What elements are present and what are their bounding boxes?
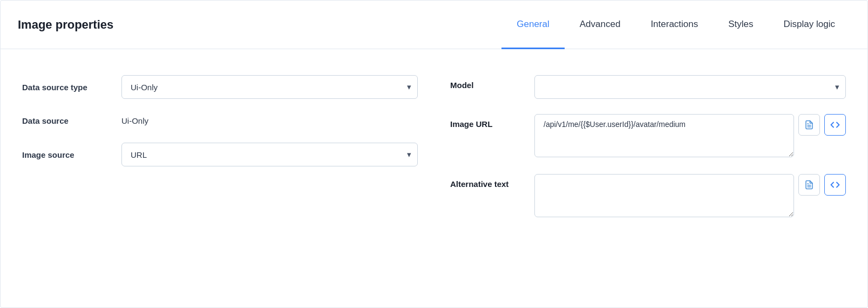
- image-url-textarea[interactable]: /api/v1/me/{{$User.userId}}/avatar/mediu…: [534, 114, 794, 157]
- code-icon-2: [830, 180, 840, 190]
- left-section: Data source type Ui-Only Model Static ▾ …: [22, 75, 418, 286]
- data-source-value: Ui-Only: [121, 116, 148, 125]
- model-controls: ▾: [534, 75, 846, 99]
- image-source-select[interactable]: URL Static Dynamic: [121, 143, 418, 166]
- alt-text-controls: [534, 174, 846, 219]
- image-url-textarea-wrapper: /api/v1/me/{{$User.userId}}/avatar/mediu…: [534, 114, 794, 159]
- tab-advanced[interactable]: Advanced: [565, 1, 636, 49]
- data-source-row: Data source Ui-Only: [22, 116, 418, 125]
- alt-text-label: Alternative text: [450, 174, 526, 189]
- tab-display-logic[interactable]: Display logic: [769, 1, 850, 49]
- alt-text-code-button[interactable]: [824, 174, 846, 196]
- code-icon: [830, 120, 840, 130]
- model-label: Model: [450, 75, 526, 90]
- data-source-type-select[interactable]: Ui-Only Model Static: [121, 75, 418, 99]
- model-row: Model ▾: [450, 75, 846, 99]
- image-source-row: Image source URL Static Dynamic ▾: [22, 143, 418, 166]
- image-source-label: Image source: [22, 150, 109, 159]
- image-url-doc-button[interactable]: [798, 114, 820, 136]
- model-select[interactable]: [534, 75, 846, 99]
- data-source-type-row: Data source type Ui-Only Model Static ▾: [22, 75, 418, 99]
- panel-header: Image properties General Advanced Intera…: [1, 1, 867, 49]
- alt-text-doc-button[interactable]: [798, 174, 820, 196]
- panel-title: Image properties: [18, 18, 113, 32]
- data-source-label: Data source: [22, 116, 109, 125]
- tab-styles[interactable]: Styles: [713, 1, 768, 49]
- tab-general[interactable]: General: [501, 1, 564, 49]
- panel-body: Data source type Ui-Only Model Static ▾ …: [1, 49, 867, 307]
- tabs-nav: General Advanced Interactions Styles Dis…: [501, 1, 850, 49]
- alt-text-row: Alternative text: [450, 174, 846, 219]
- image-source-wrapper: URL Static Dynamic ▾: [121, 143, 418, 166]
- data-source-type-wrapper: Ui-Only Model Static ▾: [121, 75, 418, 99]
- tab-interactions[interactable]: Interactions: [635, 1, 713, 49]
- doc-icon-2: [804, 180, 814, 190]
- data-source-type-label: Data source type: [22, 83, 109, 92]
- image-url-row: Image URL /api/v1/me/{{$User.userId}}/av…: [450, 114, 846, 159]
- doc-icon: [804, 120, 814, 130]
- image-url-code-button[interactable]: [824, 114, 846, 136]
- right-section: Model ▾ Image URL /api/v1/me/{{$User.use…: [450, 75, 846, 286]
- image-properties-panel: Image properties General Advanced Intera…: [0, 0, 868, 308]
- alt-text-textarea-wrapper: [534, 174, 794, 219]
- image-url-controls: /api/v1/me/{{$User.userId}}/avatar/mediu…: [534, 114, 846, 159]
- model-select-wrapper: ▾: [534, 75, 846, 99]
- alt-text-textarea[interactable]: [534, 174, 794, 217]
- image-url-label: Image URL: [450, 114, 526, 129]
